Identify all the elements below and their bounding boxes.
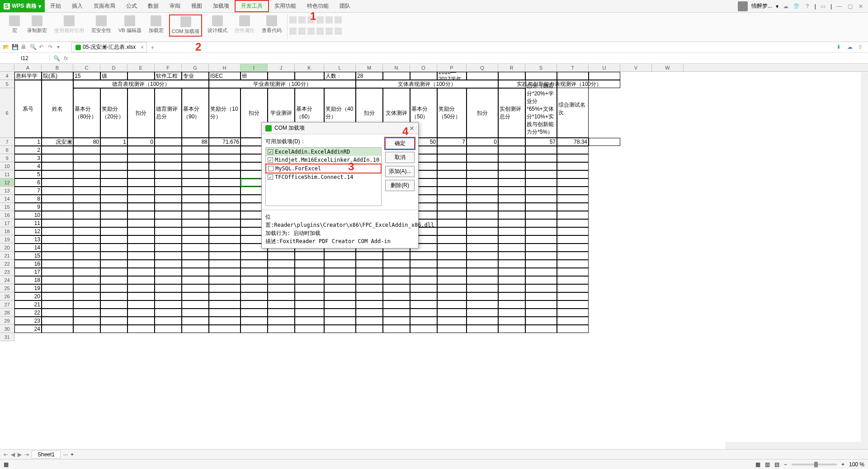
cell[interactable] (42, 268, 73, 276)
cell[interactable] (42, 146, 73, 154)
checkbox-icon[interactable] (268, 166, 274, 171)
menu-tab-0[interactable]: 开始 (45, 0, 66, 12)
cell[interactable]: 文体表现测评（100分） (356, 80, 498, 88)
cell[interactable] (410, 284, 437, 292)
cell[interactable] (182, 268, 209, 276)
cell[interactable] (155, 244, 182, 252)
cell[interactable] (437, 244, 467, 252)
cell[interactable] (209, 268, 241, 276)
cell[interactable] (525, 170, 557, 178)
cell[interactable] (182, 146, 209, 154)
cell[interactable] (155, 162, 182, 170)
control-image-icon[interactable] (326, 28, 333, 35)
cell[interactable] (467, 244, 498, 252)
cell[interactable]: 奖励分（50分） (437, 88, 467, 138)
cell[interactable] (127, 203, 155, 211)
cell[interactable] (557, 187, 589, 195)
cell[interactable] (498, 203, 525, 211)
cell[interactable] (467, 146, 498, 154)
cell[interactable] (525, 203, 557, 211)
name-box[interactable]: I12 (0, 55, 50, 61)
share-icon[interactable]: ⇪ (858, 44, 865, 51)
row-header-24[interactable]: 24 (0, 276, 14, 284)
cell[interactable] (557, 154, 589, 162)
cell[interactable] (498, 235, 525, 244)
cell[interactable] (324, 284, 356, 292)
cell[interactable] (410, 317, 437, 325)
cell[interactable] (437, 178, 467, 187)
cell[interactable] (525, 309, 557, 317)
cell[interactable] (557, 252, 589, 260)
cell[interactable] (356, 325, 383, 333)
cell[interactable]: 78.34 (557, 138, 589, 146)
control-more-icon[interactable] (335, 28, 342, 35)
col-header-N[interactable]: N (383, 64, 410, 71)
menu-tab-9[interactable]: 实用功能 (269, 0, 302, 12)
cell[interactable] (268, 276, 295, 284)
cell[interactable] (356, 276, 383, 284)
cell[interactable] (498, 170, 525, 178)
cell[interactable] (525, 146, 557, 154)
save-icon[interactable]: 💾 (12, 44, 19, 51)
horizontal-scrollbar[interactable] (725, 442, 861, 449)
cell[interactable] (73, 162, 100, 170)
cell[interactable] (100, 252, 127, 260)
cell[interactable] (557, 260, 589, 268)
cell[interactable] (182, 178, 209, 187)
cell[interactable] (467, 252, 498, 260)
cell[interactable] (498, 300, 525, 309)
cell[interactable]: 71.676 (209, 138, 241, 146)
cell[interactable] (498, 252, 525, 260)
cell[interactable]: 院(系) (42, 72, 73, 80)
cell[interactable] (155, 235, 182, 244)
cell[interactable] (42, 309, 73, 317)
cell[interactable] (525, 187, 557, 195)
cell[interactable] (42, 300, 73, 309)
cell[interactable]: 扣分 (467, 88, 498, 138)
cell[interactable] (209, 235, 241, 244)
cell[interactable] (437, 227, 467, 235)
user-name[interactable]: 情醉梦... (751, 2, 772, 10)
col-header-P[interactable]: P (437, 64, 467, 71)
cell[interactable] (383, 260, 410, 268)
sheet-nav-prev[interactable]: ◀ (11, 451, 15, 458)
cell[interactable] (557, 170, 589, 178)
window-minimize[interactable]: — (835, 3, 843, 10)
cell[interactable] (383, 292, 410, 300)
select-all-corner[interactable] (0, 64, 14, 71)
cell[interactable]: 20 (14, 292, 42, 300)
redo-icon[interactable]: ↷ (48, 44, 55, 51)
cell[interactable] (557, 178, 589, 187)
cell[interactable]: 8 (14, 195, 42, 203)
cell[interactable]: 0 (127, 138, 155, 146)
cell[interactable] (356, 268, 383, 276)
cell[interactable] (525, 235, 557, 244)
cell[interactable] (410, 268, 437, 276)
cell[interactable] (557, 146, 589, 154)
cell[interactable]: 28 (356, 72, 383, 80)
cell[interactable] (73, 317, 100, 325)
cell[interactable]: ISEC (209, 72, 241, 80)
cell[interactable] (383, 276, 410, 284)
cell[interactable] (498, 317, 525, 325)
col-header-J[interactable]: J (268, 64, 295, 71)
menu-tab-11[interactable]: 团队 (334, 0, 356, 12)
cloud-status-icon[interactable]: ☁ (847, 44, 854, 51)
cell[interactable] (324, 325, 356, 333)
col-header-B[interactable]: B (42, 64, 73, 71)
cell[interactable] (100, 292, 127, 300)
cell[interactable] (410, 292, 437, 300)
cell[interactable] (295, 268, 324, 276)
cell[interactable]: 基本分（90） (182, 88, 209, 138)
addin-item-3[interactable]: ✓TFCOfficeShim.Connect.14 (266, 173, 381, 181)
cell[interactable] (241, 325, 268, 333)
cell[interactable] (557, 276, 589, 284)
cell[interactable] (73, 154, 100, 162)
cloud-icon[interactable]: ☁ (782, 3, 789, 10)
cell[interactable] (525, 325, 557, 333)
cell[interactable] (383, 252, 410, 260)
addin-item-2[interactable]: MySQL.ForExcel (265, 164, 382, 174)
cell[interactable] (73, 244, 100, 252)
cell[interactable] (182, 284, 209, 292)
cell[interactable] (73, 309, 100, 317)
